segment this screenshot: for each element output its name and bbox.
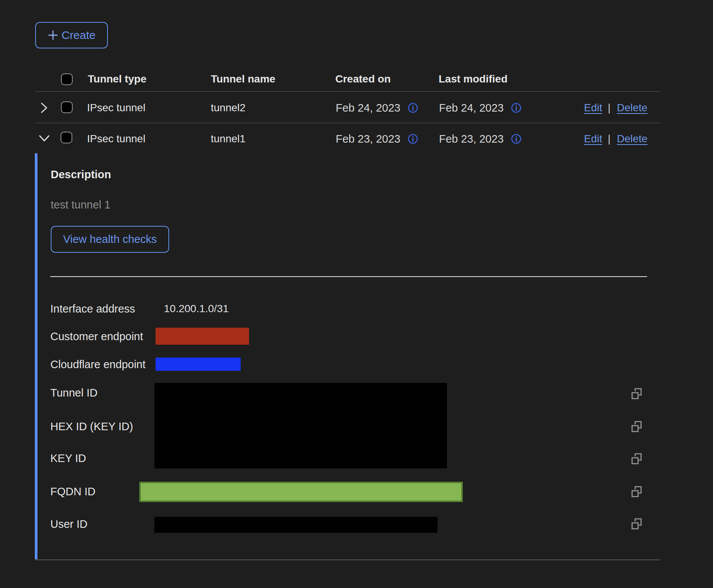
svg-text:i: i xyxy=(412,103,414,112)
svg-text:i: i xyxy=(515,134,517,143)
svg-text:i: i xyxy=(412,134,414,143)
svg-text:i: i xyxy=(515,103,517,112)
